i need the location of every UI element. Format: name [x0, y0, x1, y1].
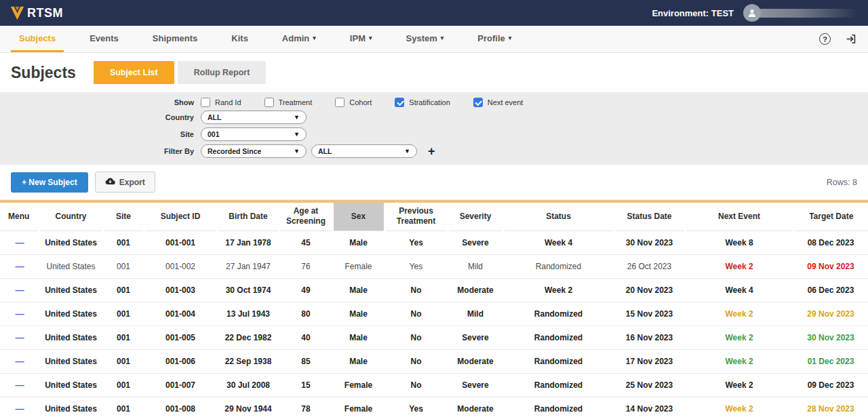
- cell-prev-treatment: No: [384, 325, 448, 349]
- cell-subject-id: 001-004: [144, 302, 217, 325]
- chevron-down-icon: ▼: [404, 148, 410, 155]
- checkbox-checked-icon[interactable]: [395, 98, 404, 107]
- column-header-country[interactable]: Country: [39, 201, 103, 231]
- column-header-severity[interactable]: Severity: [448, 201, 503, 231]
- cell-next-event: Week 2: [685, 349, 793, 373]
- nav-item-profile[interactable]: Profile▾: [469, 26, 519, 52]
- add-filter-button[interactable]: +: [425, 145, 438, 157]
- checkbox-unchecked-icon[interactable]: [264, 98, 274, 107]
- column-header-status-date[interactable]: Status Date: [614, 201, 685, 231]
- checkbox-unchecked-icon[interactable]: [335, 98, 344, 107]
- row-menu-icon[interactable]: —: [16, 261, 24, 271]
- column-header-next-event[interactable]: Next Event: [685, 201, 793, 231]
- filter-by-type-select[interactable]: Recorded Since ▼: [201, 144, 307, 158]
- column-header-site[interactable]: Site: [103, 201, 144, 231]
- nav-item-system[interactable]: System▾: [398, 26, 452, 52]
- column-header-sex[interactable]: Sex: [332, 201, 384, 231]
- column-header-status[interactable]: Status: [503, 201, 614, 231]
- table-row: —United States001001-00622 Sep 193885Mal…: [0, 349, 868, 373]
- nav-item-shipments[interactable]: Shipments: [144, 26, 205, 52]
- column-header-previous-treatment[interactable]: Previous Treatment: [384, 201, 448, 231]
- cell-subject-id: 001-008: [144, 397, 217, 417]
- row-menu-icon[interactable]: —: [16, 356, 24, 366]
- nav-item-subjects[interactable]: Subjects: [11, 26, 64, 52]
- nav-item-events[interactable]: Events: [81, 26, 127, 52]
- table-row: —United States001001-00117 Jan 197845Mal…: [0, 231, 868, 254]
- help-icon[interactable]: ?: [819, 33, 831, 45]
- cell-status: Randomized: [503, 254, 614, 278]
- column-header-subject-id[interactable]: Subject ID: [144, 201, 217, 231]
- row-menu-icon[interactable]: —: [16, 403, 24, 414]
- cell-site: 001: [103, 397, 144, 417]
- nav-item-label: Events: [90, 33, 119, 43]
- row-menu-icon[interactable]: —: [16, 332, 24, 342]
- cell-age: 85: [279, 349, 332, 373]
- show-option-stratification[interactable]: Stratification: [395, 98, 450, 107]
- cell-severity: Moderate: [448, 397, 503, 417]
- cell-country: United States: [39, 373, 103, 397]
- row-menu-cell: —: [0, 302, 39, 325]
- filter-by-value-select[interactable]: ALL ▼: [311, 144, 417, 158]
- cell-next-event: Week 2: [685, 373, 793, 397]
- site-select[interactable]: 001 ▼: [201, 127, 307, 141]
- table-header-row: MenuCountrySiteSubject IDBirth DateAge a…: [0, 201, 868, 231]
- cell-severity: Mild: [448, 302, 503, 325]
- show-option-treatment[interactable]: Treatment: [264, 98, 313, 107]
- cell-site: 001: [103, 302, 144, 325]
- row-menu-icon[interactable]: —: [16, 237, 24, 247]
- column-header-birth-date[interactable]: Birth Date: [217, 201, 279, 231]
- nav-item-admin[interactable]: Admin▾: [274, 26, 324, 52]
- cell-status-date: 20 Nov 2023: [614, 278, 685, 302]
- cell-status-date: 30 Nov 2023: [614, 231, 685, 254]
- cell-age: 15: [279, 373, 332, 397]
- country-filter-row: Country ALL ▼: [0, 111, 868, 124]
- cell-next-event: Week 4: [685, 278, 793, 302]
- environment-label: Environment: TEST: [652, 8, 734, 18]
- nav-item-ipm[interactable]: IPM▾: [342, 26, 380, 52]
- checkbox-label: Stratification: [409, 98, 450, 106]
- cell-target-date: 09 Dec 2023: [793, 373, 868, 397]
- row-menu-icon[interactable]: —: [16, 309, 24, 319]
- cell-sex: Male: [332, 231, 384, 254]
- cell-status-date: 17 Nov 2023: [614, 349, 685, 373]
- row-menu-icon[interactable]: —: [16, 285, 24, 295]
- logout-icon[interactable]: [846, 33, 857, 45]
- tab-rollup-report[interactable]: Rollup Report: [178, 61, 267, 84]
- cell-next-event: Week 2: [685, 254, 793, 278]
- chevron-down-icon: ▾: [509, 35, 512, 41]
- checkbox-checked-icon[interactable]: [473, 98, 483, 107]
- cell-severity: Moderate: [448, 349, 503, 373]
- user-menu[interactable]: [743, 4, 859, 22]
- brand-logo[interactable]: RTSM: [9, 6, 63, 20]
- nav-item-label: Shipments: [153, 33, 197, 43]
- table-toolbar: + New Subject Export Rows: 8: [0, 165, 868, 200]
- show-option-cohort[interactable]: Cohort: [335, 98, 372, 107]
- cell-status-date: 16 Nov 2023: [614, 325, 685, 349]
- subjects-table: MenuCountrySiteSubject IDBirth DateAge a…: [0, 200, 868, 417]
- chevron-down-icon: ▼: [294, 148, 300, 155]
- country-select[interactable]: ALL ▼: [201, 111, 307, 124]
- column-header-age-at-screening[interactable]: Age at Screening: [279, 201, 332, 231]
- cell-site: 001: [103, 373, 144, 397]
- cell-subject-id: 001-005: [144, 325, 217, 349]
- row-menu-cell: —: [0, 397, 39, 417]
- show-option-rand-id[interactable]: Rand Id: [201, 98, 241, 107]
- cell-subject-id: 001-007: [144, 373, 217, 397]
- nav-item-kits[interactable]: Kits: [223, 26, 256, 52]
- cell-site: 001: [103, 325, 144, 349]
- cell-birth-date: 13 Jul 1943: [217, 302, 279, 325]
- page-title: Subjects: [11, 64, 76, 82]
- export-button[interactable]: Export: [95, 172, 155, 193]
- column-header-menu[interactable]: Menu: [0, 201, 39, 231]
- filter-by-row: Filter By Recorded Since ▼ ALL ▼ +: [0, 144, 868, 158]
- cell-birth-date: 29 Nov 1944: [217, 397, 279, 417]
- cell-status: Randomized: [503, 397, 614, 417]
- checkbox-unchecked-icon[interactable]: [201, 98, 210, 107]
- cell-next-event: Week 2: [685, 302, 793, 325]
- row-menu-icon[interactable]: —: [16, 380, 24, 390]
- new-subject-button[interactable]: + New Subject: [11, 172, 88, 193]
- column-header-target-date[interactable]: Target Date: [793, 201, 868, 231]
- cell-prev-treatment: Yes: [384, 254, 448, 278]
- tab-subject-list[interactable]: Subject List: [94, 61, 174, 84]
- show-option-next-event[interactable]: Next event: [473, 98, 524, 107]
